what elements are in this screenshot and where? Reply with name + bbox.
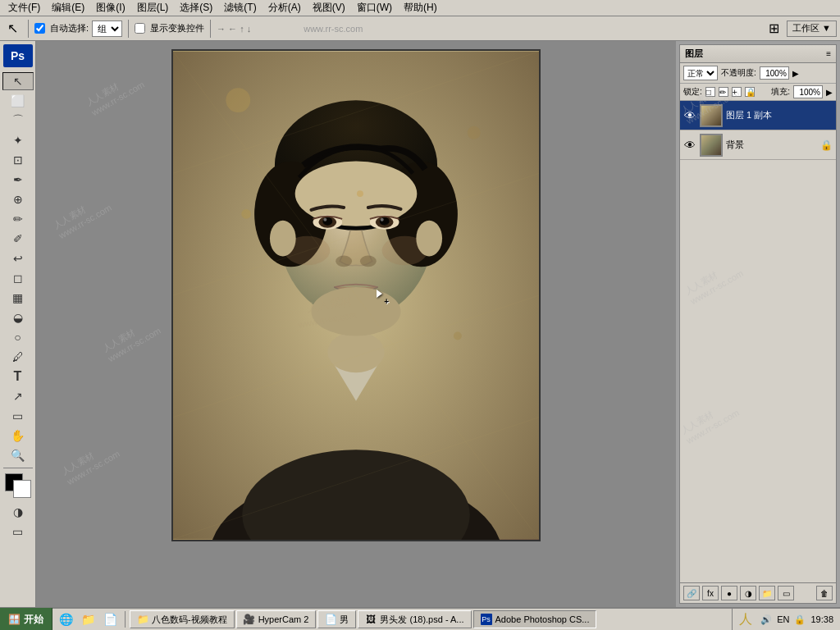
path-select-tool[interactable]: ↗ (2, 387, 34, 405)
eraser-tool[interactable]: ◻ (2, 269, 34, 287)
blur-tool[interactable]: ◒ (2, 308, 34, 326)
fill-input[interactable] (793, 85, 823, 98)
new-layer-btn[interactable]: ▭ (778, 586, 794, 600)
svg-point-30 (241, 209, 251, 219)
marquee-tool[interactable]: ⬜ (2, 92, 34, 110)
start-button[interactable]: 🪟 开始 (0, 608, 52, 630)
fill-arrow[interactable]: ▶ (826, 88, 833, 97)
background-color-swatch[interactable] (13, 480, 31, 498)
layer-item-bg[interactable]: 👁 背景 🔒 (680, 130, 836, 160)
lock-position-btn[interactable]: + (732, 87, 742, 97)
delete-layer-btn[interactable]: 🗑 (816, 586, 833, 600)
eyedropper-tool[interactable]: ✒ (2, 171, 34, 189)
menu-layer[interactable]: 图层(L) (132, 0, 174, 16)
menu-analyze[interactable]: 分析(A) (263, 0, 306, 16)
taskbar-item-hypercam-icon: 🎥 (244, 614, 255, 625)
menu-filter[interactable]: 滤镜(T) (219, 0, 261, 16)
menu-file[interactable]: 文件(F) (3, 0, 45, 16)
svg-point-28 (416, 221, 442, 257)
show-transform-label: 显示变换控件 (150, 22, 204, 34)
link-layers-btn[interactable]: 🔗 (683, 586, 700, 600)
lasso-tool[interactable]: ⌒ (2, 112, 34, 130)
lock-all-btn[interactable]: 🔒 (745, 87, 755, 97)
start-icon: 🪟 (8, 614, 21, 625)
toolbar-separator (28, 20, 29, 38)
canvas-area[interactable]: 人人素材www.rr-sc.com 人人素材www.rr-sc.com 人人素材… (36, 41, 676, 607)
taskbar-item-hypercam[interactable]: 🎥 HyperCam 2 (236, 610, 317, 628)
portrait-svg: 人人素材 www.rr-sc.com (173, 49, 539, 541)
layers-bottom-toolbar: 🔗 fx ● ◑ 📁 ▭ 🗑 (680, 582, 836, 603)
new-fill-btn[interactable]: ◑ (740, 586, 756, 600)
photo-canvas: 人人素材 www.rr-sc.com + (171, 49, 541, 541)
taskbar-items: 🌐 📁 📄 📁 八色数码-视频教程 🎥 HyperCam 2 📄 男 🖼 男头发… (52, 608, 732, 630)
clone-tool[interactable]: ✐ (2, 230, 34, 248)
show-transform-checkbox[interactable] (135, 23, 145, 34)
history-brush-tool[interactable]: ↩ (2, 249, 34, 267)
layer-item-copy[interactable]: 👁 图层 1 副本 (680, 101, 836, 130)
menu-view[interactable]: 视图(V) (308, 0, 350, 16)
svg-point-21 (381, 218, 384, 221)
layers-panel-header: 图层 ≡ (680, 45, 836, 63)
toolbar-sep-3 (210, 20, 211, 38)
menu-window[interactable]: 窗口(W) (352, 0, 397, 16)
screen-mode-btn[interactable]: ▭ (2, 523, 34, 541)
taskbar-item-male-label: 男 (340, 614, 349, 626)
taskbar-item-photoshop[interactable]: Ps Adobe Photoshop CS... (473, 610, 597, 628)
toolbox: Ps ↖ ⬜ ⌒ ✦ ⊡ ✒ ⊕ ✏ ✐ ↩ ◻ ▦ ◒ ○ 🖊 T ↗ ▭ ✋… (0, 41, 36, 607)
blend-mode-select[interactable]: 正常 (683, 66, 718, 80)
taskbar-item-male-icon: 📄 (325, 614, 336, 625)
taskbar-ie-icon[interactable]: 🌐 (56, 610, 76, 628)
menu-image[interactable]: 图像(I) (91, 0, 130, 16)
lock-transparent-btn[interactable]: □ (705, 87, 715, 97)
hand-tool[interactable]: ✋ (2, 427, 34, 445)
add-style-btn[interactable]: fx (702, 586, 719, 600)
opacity-input[interactable] (760, 66, 789, 80)
options-toolbar: ↖ 自动选择: 组 显示变换控件 → ← ↑ ↓ www.rr-sc.com ⊞… (0, 16, 840, 41)
heal-tool[interactable]: ⊕ (2, 190, 34, 208)
main-area: Ps ↖ ⬜ ⌒ ✦ ⊡ ✒ ⊕ ✏ ✐ ↩ ◻ ▦ ◒ ○ 🖊 T ↗ ▭ ✋… (0, 41, 840, 607)
svg-point-1 (226, 88, 250, 112)
dodge-tool[interactable]: ○ (2, 328, 34, 346)
svg-point-20 (323, 218, 326, 221)
taskbar-doc-icon[interactable]: 📄 (100, 610, 121, 628)
text-tool[interactable]: T (2, 368, 34, 386)
tray-time: 19:38 (810, 614, 833, 624)
tray-icon-network[interactable]: 🔒 (794, 614, 806, 625)
magic-wand-tool[interactable]: ✦ (2, 131, 34, 149)
quick-mask-btn[interactable]: ◑ (2, 503, 34, 521)
taskbar-item-male[interactable]: 📄 男 (317, 610, 356, 628)
crop-tool[interactable]: ⊡ (2, 151, 34, 169)
start-label: 开始 (24, 613, 43, 627)
tray-icon-sound[interactable]: 🔊 (760, 614, 772, 625)
move-tool[interactable]: ↖ (2, 72, 34, 90)
auto-select-dropdown[interactable]: 组 (92, 21, 122, 37)
workspace-icon-btn[interactable]: ⊞ (765, 18, 783, 39)
taskbar-folder-icon[interactable]: 📁 (78, 610, 98, 628)
pen-tool[interactable]: 🖊 (2, 348, 34, 366)
gradient-tool[interactable]: ▦ (2, 289, 34, 307)
fill-label: 填充: (771, 86, 790, 98)
opacity-arrow[interactable]: ▶ (792, 69, 799, 78)
lock-row: 锁定: □ ✏ + 🔒 填充: ▶ (680, 84, 836, 101)
menu-bar: 文件(F) 编辑(E) 图像(I) 图层(L) 选择(S) 滤镜(T) 分析(A… (0, 0, 840, 16)
zoom-tool[interactable]: 🔍 (2, 446, 34, 464)
svg-point-26 (311, 287, 400, 336)
menu-edit[interactable]: 编辑(E) (47, 0, 89, 16)
lock-pixels-btn[interactable]: ✏ (719, 87, 728, 97)
shape-tool[interactable]: ▭ (2, 407, 34, 425)
svg-point-29 (357, 190, 363, 197)
auto-select-checkbox[interactable] (34, 23, 45, 34)
taskbar-item-psd[interactable]: 🖼 男头发 (18).psd - A... (358, 610, 471, 628)
workspace-button[interactable]: 工作区 ▼ (787, 21, 837, 37)
brush-tool[interactable]: ✏ (2, 210, 34, 228)
tray-icon-lang[interactable]: EN (777, 614, 789, 624)
layer-visibility-btn-copy[interactable]: 👁 (683, 109, 696, 122)
taskbar-item-videos[interactable]: 📁 八色数码-视频教程 (130, 610, 235, 628)
menu-help[interactable]: 帮助(H) (399, 0, 442, 16)
move-tool-btn[interactable]: ↖ (3, 18, 22, 39)
new-group-btn[interactable]: 📁 (759, 586, 775, 600)
layer-visibility-btn-bg[interactable]: 👁 (683, 139, 696, 152)
menu-select[interactable]: 选择(S) (175, 0, 217, 16)
add-mask-btn[interactable]: ● (721, 586, 737, 600)
layers-panel-menu[interactable]: ≡ (826, 49, 831, 58)
